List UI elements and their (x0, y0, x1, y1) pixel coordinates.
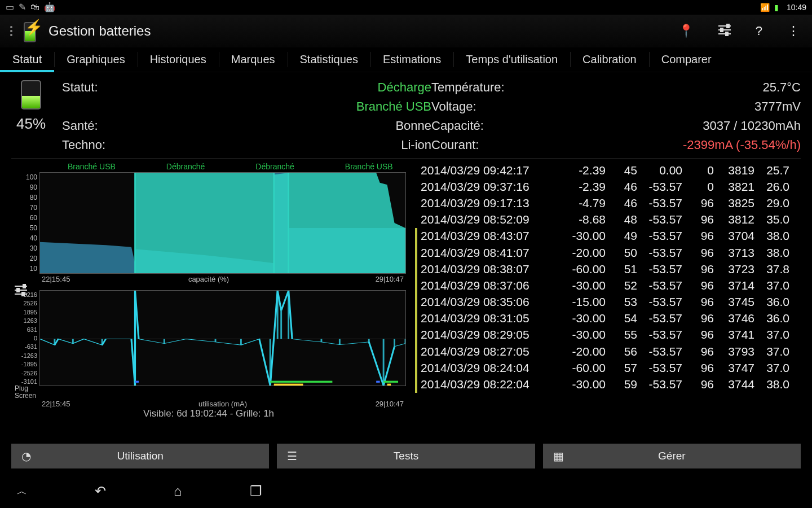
table-cell: 26.0 (758, 180, 793, 194)
table-cell: -30.00 (564, 378, 609, 391)
tab-comparer[interactable]: Comparer (649, 47, 724, 72)
nav-back-icon[interactable]: ↶ (95, 483, 106, 499)
table-cell: 3821 (717, 180, 758, 194)
overflow-menu-icon[interactable]: ⋮ (787, 24, 800, 38)
table-row[interactable]: 2014/03/29 08:31:05-30.0054-53.579637463… (415, 310, 801, 327)
table-cell: 2014/03/29 08:52:09 (417, 213, 564, 226)
tests-button[interactable]: ☰ Tests (277, 444, 535, 468)
table-cell: 96 (686, 295, 717, 309)
status-key: Santé: (62, 119, 98, 133)
table-cell: -2.39 (564, 164, 609, 177)
current-chart[interactable]: 32162526189512636310-631-1263-1895-2526-… (11, 290, 406, 386)
table-cell: 3741 (717, 328, 758, 341)
app-titlebar: ⚡ Gestion batteries 📍 ? ⋮ (0, 15, 812, 47)
status-row: Température:25.7°C (431, 80, 801, 95)
tab-calibration[interactable]: Calibration (570, 47, 649, 72)
table-row[interactable]: 2014/03/29 08:43:07-30.0049-53.579637043… (415, 228, 801, 244)
table-cell: 96 (686, 378, 717, 391)
table-row[interactable]: 2014/03/29 08:37:06-30.0052-53.579637143… (415, 277, 801, 294)
history-table[interactable]: 2014/03/29 09:42:17-2.39450.000381925.72… (415, 162, 801, 438)
table-row[interactable]: 2014/03/29 09:42:17-2.39450.000381925.7 (415, 162, 801, 178)
table-cell: 2014/03/29 08:37:06 (417, 279, 564, 292)
table-row[interactable]: 2014/03/29 09:37:16-2.3946-53.570382126.… (415, 178, 801, 195)
status-row: Techno:Li-ion (62, 138, 431, 152)
table-cell: 50 (609, 246, 641, 260)
wifi-icon: 📶 (760, 3, 770, 11)
table-cell: 38.0 (758, 246, 793, 260)
table-cell: 29.0 (758, 196, 793, 210)
tab-statistiques[interactable]: Statistiques (288, 47, 370, 72)
nav-recent-icon[interactable]: ❐ (250, 483, 262, 499)
drawer-dots-icon[interactable] (10, 26, 12, 36)
app-title: Gestion batteries (48, 23, 678, 39)
table-row[interactable]: 2014/03/29 08:52:09-8.6848-53.5796381235… (415, 212, 801, 228)
status-value: Li-ion (401, 138, 431, 152)
help-icon[interactable]: ? (756, 24, 762, 38)
svg-rect-32 (270, 381, 332, 383)
status-key: Courant: (431, 138, 479, 152)
table-cell: 2014/03/29 08:35:06 (417, 295, 564, 309)
screen-label: Screen (15, 392, 406, 400)
table-cell: 3746 (717, 312, 758, 325)
tab-statut[interactable]: Statut (0, 47, 54, 72)
location-icon[interactable]: 📍 (678, 24, 694, 38)
table-cell: 36.0 (758, 312, 793, 325)
table-cell: 2014/03/29 08:43:07 (417, 229, 564, 243)
table-row[interactable]: 2014/03/29 08:35:06-15.0053-53.579637453… (415, 294, 801, 310)
table-cell: 51 (609, 262, 641, 276)
tests-label: Tests (394, 450, 418, 462)
gerer-button[interactable]: ▦ Gérer (543, 444, 801, 468)
chart2-title: utilisation (mA) (198, 400, 247, 408)
table-cell: 3825 (717, 196, 758, 210)
table-cell: 48 (609, 213, 641, 226)
table-cell: 2014/03/29 08:41:07 (417, 246, 564, 260)
table-cell: -8.68 (564, 213, 609, 226)
capacity-chart[interactable]: 100908070605040302010 (11, 172, 406, 274)
table-row[interactable]: 2014/03/29 08:27:05-20.0056-53.579637933… (415, 343, 801, 360)
table-cell: 57 (609, 361, 641, 375)
table-cell: 37.0 (758, 345, 793, 358)
tab-graphiques[interactable]: Graphiques (54, 47, 137, 72)
table-cell: -4.79 (564, 196, 609, 210)
tab-estimations[interactable]: Estimations (370, 47, 453, 72)
status-row: Courant:-2399mA (-35.54%/h) (431, 138, 801, 152)
utilisation-label: Utilisation (117, 450, 163, 462)
table-cell: 46 (609, 196, 641, 210)
table-cell: 2014/03/29 09:37:16 (417, 180, 564, 194)
table-cell: -53.57 (641, 312, 686, 325)
table-cell: 2014/03/29 09:17:13 (417, 196, 564, 210)
sliders-icon[interactable] (718, 24, 731, 38)
tab-historiques[interactable]: Historiques (138, 47, 219, 72)
table-cell: -30.00 (564, 279, 609, 292)
status-key: Voltage: (431, 99, 476, 114)
table-row[interactable]: 2014/03/29 08:22:04-30.0059-53.579637443… (415, 376, 801, 392)
table-cell: -60.00 (564, 361, 609, 375)
table-cell: 0 (686, 164, 717, 177)
table-cell: -60.00 (564, 262, 609, 276)
table-cell: 96 (686, 279, 717, 292)
chart1-title: capacité (%) (11, 275, 406, 283)
table-row[interactable]: 2014/03/29 08:24:04-60.0057-53.579637473… (415, 360, 801, 376)
table-row[interactable]: 2014/03/29 08:29:05-30.0055-53.579637413… (415, 327, 801, 343)
table-cell: 2014/03/29 08:22:04 (417, 378, 564, 391)
table-cell: 2014/03/29 08:27:05 (417, 345, 564, 358)
battery-percent: 45% (16, 115, 46, 133)
table-cell: -20.00 (564, 246, 609, 260)
table-row[interactable]: 2014/03/29 08:41:07-20.0050-53.579637133… (415, 244, 801, 261)
status-key: Techno: (62, 138, 105, 152)
utilisation-button[interactable]: ◔ Utilisation (11, 444, 269, 468)
table-cell: -53.57 (641, 213, 686, 226)
table-cell: 49 (609, 229, 641, 243)
store-icon: 🛍 (30, 3, 39, 12)
table-row[interactable]: 2014/03/29 09:17:13-4.7946-53.5796382529… (415, 195, 801, 211)
tab-temps-d-utilisation[interactable]: Temps d'utilisation (453, 47, 570, 72)
nav-home-icon[interactable]: ⌂ (174, 483, 182, 499)
table-cell: 37.8 (758, 262, 793, 276)
table-row[interactable]: 2014/03/29 08:38:07-60.0051-53.579637233… (415, 261, 801, 277)
nav-expand-icon[interactable]: ︿ (17, 484, 27, 498)
table-cell: 56 (609, 345, 641, 358)
tab-marques[interactable]: Marques (219, 47, 288, 72)
battery-status-icon: ▮ (774, 3, 779, 11)
svg-rect-31 (135, 381, 138, 383)
table-cell: 55 (609, 328, 641, 341)
